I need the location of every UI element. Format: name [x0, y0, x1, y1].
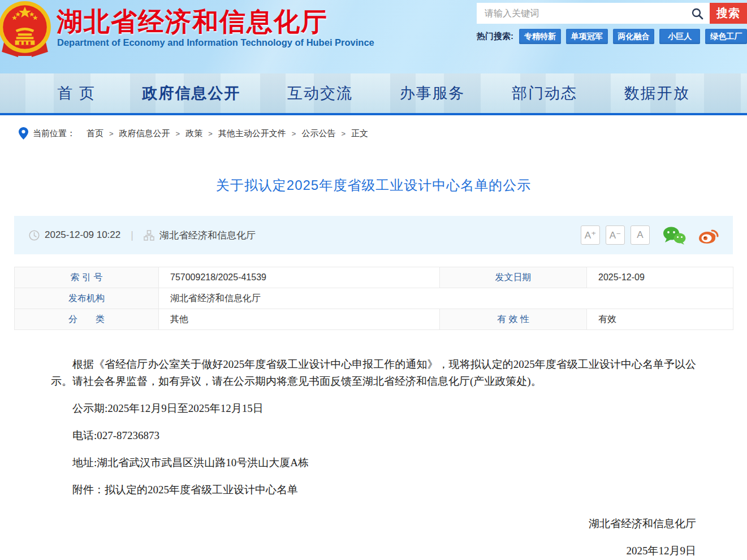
publish-source: 湖北省经济和信息化厅: [159, 229, 256, 242]
crumb-policy[interactable]: 政策: [185, 128, 202, 139]
font-larger-button[interactable]: A⁺: [581, 225, 600, 245]
breadcrumb: 当前位置： 首页 > 政府信息公开 > 政策 > 其他主动公开文件 > 公示公告…: [0, 115, 747, 151]
contact-phone: 电话:027-87236873: [51, 427, 696, 444]
hot-tag-lhrh[interactable]: 两化融合: [613, 29, 655, 44]
attachment-label: 附件：: [72, 484, 105, 496]
crumb-separator: >: [341, 129, 346, 138]
crumb-current: 正文: [351, 128, 368, 139]
crumb-announcements[interactable]: 公示公告: [301, 128, 335, 139]
hot-tag-xjr[interactable]: 小巨人: [659, 29, 700, 44]
crumb-other-docs[interactable]: 其他主动公开文件: [218, 128, 286, 139]
site-subtitle: Department of Economy and Information Te…: [57, 37, 374, 48]
font-smaller-button[interactable]: A⁻: [606, 225, 625, 245]
nav-item-gov-info[interactable]: 政府信息公开: [142, 83, 240, 103]
signature-date: 2025年12月9日: [51, 542, 696, 559]
hot-search-label: 热门搜索:: [477, 31, 513, 42]
table-row: 发布机构 湖北省经济和信息化厅: [15, 288, 733, 309]
hot-tag-lsgc[interactable]: 绿色工厂: [705, 29, 747, 44]
validity-label: 有 效 性: [440, 309, 587, 330]
nav-item-home[interactable]: 首 页: [57, 83, 96, 103]
search-input[interactable]: [477, 3, 685, 24]
article-meta-bar: 2025-12-09 10:22 | 湖北省经济和信息化厅 A⁺ A⁻ A: [14, 216, 733, 254]
location-pin-icon: [19, 127, 28, 140]
search-area: 搜索 热门搜索: 专精特新 单项冠军 两化融合 小巨人 绿色工厂: [477, 3, 747, 44]
clock-icon: [29, 230, 40, 241]
article-title: 关于拟认定2025年度省级工业设计中心名单的公示: [0, 176, 747, 194]
article-body: 根据《省经信厅办公室关于做好2025年度省级工业设计中心申报工作的通知》，现将拟…: [0, 356, 747, 559]
signature-block: 湖北省经济和信息化厅 2025年12月9日: [51, 515, 696, 559]
source-icon: [144, 230, 154, 241]
wechat-share-icon[interactable]: [662, 226, 686, 245]
table-row: 索 引 号 757009218/2025-41539 发文日期 2025-12-…: [15, 267, 733, 288]
search-button[interactable]: 搜索: [710, 3, 747, 24]
document-info-table: 索 引 号 757009218/2025-41539 发文日期 2025-12-…: [14, 267, 733, 330]
contact-address: 地址:湖北省武汉市武昌区洪山路10号洪山大厦A栋: [51, 454, 696, 471]
crumb-separator: >: [208, 129, 213, 138]
category-label: 分 类: [15, 309, 159, 330]
body-paragraph-1: 根据《省经信厅办公室关于做好2025年度省级工业设计中心申报工作的通知》，现将拟…: [51, 356, 696, 390]
attachment-line: 附件：拟认定的2025年度省级工业设计中心名单: [51, 481, 696, 498]
hot-tag-dxgj[interactable]: 单项冠军: [566, 29, 608, 44]
issue-date-label: 发文日期: [440, 267, 587, 288]
national-emblem-icon: [0, 0, 55, 58]
publicity-period: 公示期:2025年12月9日至2025年12月15日: [51, 400, 696, 417]
crumb-home[interactable]: 首页: [87, 128, 103, 139]
nav-item-interaction[interactable]: 互动交流: [287, 83, 353, 103]
nav-item-open-data[interactable]: 数据开放: [624, 83, 690, 103]
breadcrumb-label: 当前位置：: [33, 128, 75, 139]
hot-search-row: 热门搜索: 专精特新 单项冠军 两化融合 小巨人 绿色工厂: [477, 29, 747, 44]
publisher-label: 发布机构: [15, 288, 159, 309]
font-reset-button[interactable]: A: [631, 225, 650, 245]
weibo-share-icon[interactable]: [698, 226, 719, 244]
validity-value: 有效: [587, 309, 733, 330]
crumb-separator: >: [292, 129, 296, 138]
hot-tag-zjtx[interactable]: 专精特新: [519, 29, 561, 44]
publish-datetime: 2025-12-09 10:22: [45, 229, 120, 241]
nav-item-services[interactable]: 办事服务: [400, 83, 465, 103]
nav-item-dept-news[interactable]: 部门动态: [512, 83, 577, 103]
category-value: 其他: [159, 309, 440, 330]
signature-org: 湖北省经济和信息化厅: [51, 515, 696, 532]
page: 湖北省经济和信息化厅 Department of Economy and Inf…: [0, 0, 747, 560]
crumb-separator: >: [109, 129, 114, 138]
attachment-link[interactable]: 拟认定的2025年度省级工业设计中心名单: [105, 484, 298, 496]
site-title: 湖北省经济和信息化厅: [57, 5, 328, 40]
meta-divider: |: [131, 229, 133, 241]
issue-date-value: 2025-12-09: [587, 267, 733, 288]
crumb-gov-info[interactable]: 政府信息公开: [119, 128, 170, 139]
index-number-label: 索 引 号: [15, 267, 159, 288]
index-number-value: 757009218/2025-41539: [159, 267, 440, 288]
main-nav: 首 页 政府信息公开 互动交流 办事服务 部门动态 数据开放: [0, 73, 747, 115]
site-banner: 湖北省经济和信息化厅 Department of Economy and Inf…: [0, 0, 747, 73]
publisher-value: 湖北省经济和信息化厅: [159, 288, 733, 309]
crumb-separator: >: [176, 129, 180, 138]
search-icon[interactable]: [685, 3, 710, 24]
table-row: 分 类 其他 有 效 性 有效: [15, 309, 733, 330]
